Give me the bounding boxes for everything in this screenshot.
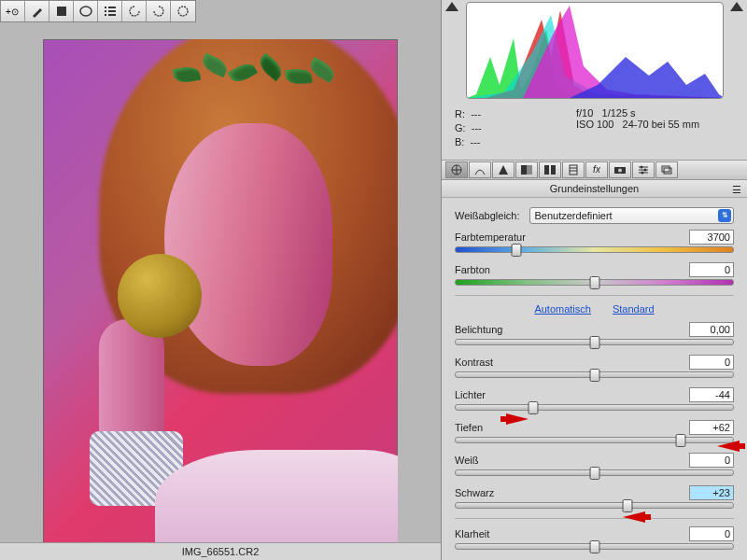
svg-point-2 [80, 7, 92, 16]
svg-rect-4 [108, 7, 116, 8]
oval-icon[interactable] [74, 1, 98, 21]
svg-text:+⊙: +⊙ [6, 7, 19, 17]
top-toolbar: +⊙ [0, 0, 196, 22]
lichter-value[interactable]: -44 [689, 387, 734, 402]
panel-tabs: fx [442, 160, 747, 180]
tab-hsl[interactable] [515, 161, 538, 178]
kontrast-slider[interactable] [455, 371, 734, 378]
filename-label: IMG_66551.CR2 [0, 542, 441, 560]
weiss-label: Weiß [455, 455, 478, 466]
schwarz-slider[interactable] [455, 502, 734, 509]
tab-detail[interactable] [492, 161, 514, 178]
svg-rect-5 [105, 10, 106, 12]
svg-rect-3 [105, 7, 106, 8]
svg-rect-8 [108, 14, 116, 16]
tab-snapshots[interactable] [655, 161, 678, 178]
rotate-ccw-icon[interactable] [122, 1, 147, 21]
wb-select[interactable]: Benutzerdefiniert ⇅ [529, 207, 735, 224]
svg-rect-15 [570, 165, 577, 175]
svg-rect-13 [544, 165, 549, 175]
tab-presets[interactable] [632, 161, 655, 178]
panel-menu-icon[interactable]: ☰ [732, 184, 741, 196]
kontrast-value[interactable]: 0 [689, 355, 734, 370]
default-link[interactable]: Standard [613, 303, 655, 315]
brush-icon[interactable] [25, 1, 49, 21]
svg-rect-14 [551, 165, 556, 175]
rotate-cw-icon[interactable] [147, 1, 171, 21]
image-preview[interactable] [43, 39, 398, 543]
tab-basic[interactable] [445, 161, 468, 178]
belichtung-slider[interactable] [455, 339, 734, 345]
square-icon[interactable] [49, 1, 74, 21]
svg-rect-6 [108, 10, 116, 12]
refresh-icon[interactable] [171, 1, 195, 21]
klarheit-value[interactable]: 0 [689, 526, 734, 541]
klarheit-label: Klarheit [455, 528, 489, 539]
tab-split[interactable] [539, 161, 561, 178]
kontrast-label: Kontrast [455, 357, 493, 368]
weiss-slider[interactable] [455, 469, 734, 476]
lichter-label: Lichter [455, 389, 486, 400]
svg-point-19 [618, 168, 622, 172]
tint-slider[interactable] [455, 279, 734, 286]
svg-point-9 [178, 7, 188, 16]
tab-camera[interactable] [609, 161, 631, 178]
belichtung-value[interactable]: 0,00 [689, 322, 734, 337]
info-readout: R: --- G: --- B: --- f/10 1/125 s ISO 10… [442, 102, 747, 160]
schwarz-value[interactable]: +23 [689, 485, 734, 500]
histogram[interactable] [466, 2, 724, 99]
tiefen-label: Tiefen [455, 422, 483, 433]
svg-point-24 [644, 168, 647, 171]
belichtung-label: Belichtung [455, 324, 502, 335]
highlight-clip-icon[interactable] [730, 2, 743, 11]
svg-rect-26 [662, 166, 669, 172]
tint-label: Farbton [455, 264, 490, 275]
svg-rect-27 [664, 168, 671, 174]
svg-rect-1 [57, 7, 66, 16]
auto-link[interactable]: Automatisch [534, 303, 591, 315]
shadow-clip-icon[interactable] [445, 2, 458, 11]
exposure-eye-icon[interactable]: +⊙ [1, 1, 25, 21]
wb-label: Weißabgleich: [455, 210, 520, 221]
schwarz-label: Schwarz [455, 487, 494, 498]
tab-fx[interactable]: fx [585, 161, 608, 178]
chevron-updown-icon: ⇅ [718, 209, 731, 222]
tiefen-slider[interactable] [455, 437, 734, 443]
lichter-slider[interactable] [455, 404, 734, 411]
tab-lens[interactable] [562, 161, 585, 178]
svg-point-23 [641, 165, 643, 168]
list-icon[interactable] [98, 1, 122, 21]
tab-curves[interactable] [469, 161, 491, 178]
svg-point-25 [641, 171, 644, 174]
svg-rect-7 [105, 14, 106, 16]
temp-slider[interactable] [455, 246, 734, 253]
temp-value[interactable]: 3700 [689, 230, 734, 245]
panel-title: Grundeinstellungen ☰ [442, 180, 747, 198]
tiefen-value[interactable]: +62 [689, 420, 734, 435]
weiss-value[interactable]: 0 [689, 453, 734, 468]
klarheit-slider[interactable] [455, 543, 734, 550]
tint-value[interactable]: 0 [689, 262, 734, 277]
svg-rect-12 [527, 165, 532, 175]
temp-label: Farbtemperatur [455, 231, 526, 243]
